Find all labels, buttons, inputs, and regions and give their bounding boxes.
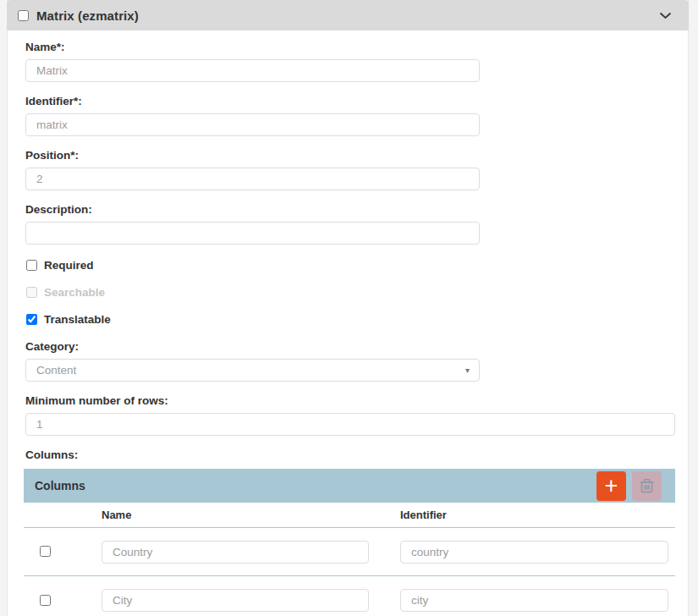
name-label: Name*: xyxy=(25,41,674,53)
translatable-checkbox[interactable] xyxy=(26,314,37,325)
delete-column-button xyxy=(632,471,662,501)
header-identifier-column: Identifier xyxy=(398,509,675,521)
required-label: Required xyxy=(44,259,94,272)
columns-widget: Columns + xyxy=(24,469,675,616)
column-row xyxy=(24,576,675,616)
searchable-checkbox xyxy=(26,287,37,298)
min-rows-label: Minimum number of rows: xyxy=(25,394,674,407)
fieldtype-panel-header[interactable]: Matrix (ezmatrix) xyxy=(7,0,689,30)
category-select[interactable]: Content ▾ xyxy=(25,359,480,382)
name-input[interactable] xyxy=(25,59,480,82)
description-input[interactable] xyxy=(25,222,480,245)
columns-label: Columns: xyxy=(25,448,674,461)
position-field-group: Position*: xyxy=(25,149,674,190)
columns-table-header: Name Identifier xyxy=(24,503,675,528)
position-input[interactable] xyxy=(25,168,480,190)
searchable-label: Searchable xyxy=(44,286,105,299)
searchable-checkbox-group: Searchable xyxy=(25,286,674,299)
position-label: Position*: xyxy=(25,149,674,162)
fieldtype-title: Matrix (ezmatrix) xyxy=(36,8,139,23)
fieldtype-select-checkbox[interactable] xyxy=(18,10,29,21)
fieldtype-form: Name*: Identifier*: Position*: Descripti… xyxy=(8,30,688,616)
description-label: Description: xyxy=(25,203,674,216)
row-select-checkbox[interactable] xyxy=(40,595,51,606)
column-identifier-input[interactable] xyxy=(400,589,668,612)
columns-table: Name Identifier xyxy=(24,503,675,616)
identifier-label: Identifier*: xyxy=(25,95,674,107)
translatable-checkbox-group: Translatable xyxy=(25,313,674,326)
columns-section: Columns: Columns + xyxy=(25,448,674,616)
header-name-column: Name xyxy=(100,509,398,521)
column-identifier-input[interactable] xyxy=(400,541,668,564)
collapse-toggle[interactable] xyxy=(656,8,675,23)
row-select-checkbox[interactable] xyxy=(40,546,51,557)
add-column-button[interactable]: + xyxy=(596,471,626,501)
description-field-group: Description: xyxy=(25,203,674,245)
category-selected-value: Content xyxy=(36,364,76,377)
required-checkbox-group: Required xyxy=(25,259,674,272)
category-field-group: Category: Content ▾ xyxy=(25,340,674,382)
identifier-field-group: Identifier*: xyxy=(25,95,674,136)
min-rows-input[interactable] xyxy=(25,413,675,436)
name-field-group: Name*: xyxy=(25,41,674,82)
chevron-down-icon xyxy=(659,12,672,19)
column-row xyxy=(24,528,675,576)
trash-icon xyxy=(638,477,656,495)
column-name-input[interactable] xyxy=(102,589,369,612)
columns-bar-title: Columns xyxy=(35,479,85,492)
dropdown-arrow-icon: ▾ xyxy=(465,366,470,375)
translatable-label: Translatable xyxy=(44,313,111,326)
category-label: Category: xyxy=(25,340,674,353)
columns-toolbar: Columns + xyxy=(24,469,675,503)
fieldtype-panel: Matrix (ezmatrix) Name*: Identifier*: Po… xyxy=(7,0,689,616)
required-checkbox[interactable] xyxy=(26,260,37,271)
min-rows-field-group: Minimum number of rows: xyxy=(25,394,674,436)
identifier-input[interactable] xyxy=(25,113,480,136)
column-name-input[interactable] xyxy=(102,541,369,564)
